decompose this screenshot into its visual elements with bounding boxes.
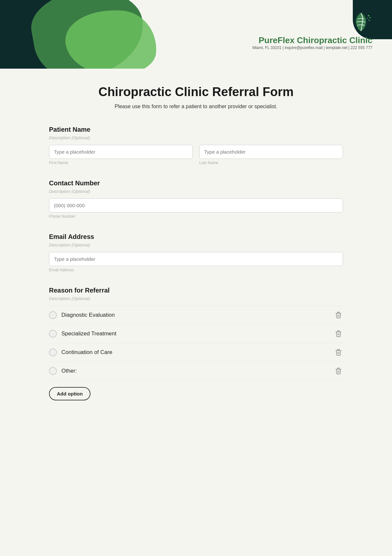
- list-item: Other:: [49, 362, 343, 380]
- svg-point-1: [368, 15, 369, 17]
- form-title: Chiropractic Clinic Referral Form: [49, 85, 343, 99]
- section-patient-name-desc: Description (Optional): [49, 135, 343, 140]
- clinic-logo-icon: [350, 10, 372, 34]
- add-option-button[interactable]: Add option: [49, 387, 90, 400]
- radio-option-diagnostic: Diagnostic Evaluation: [49, 311, 115, 319]
- phone-input[interactable]: [49, 198, 343, 212]
- delete-icon-diagnostic[interactable]: [334, 311, 343, 320]
- contact-input-row: Phone Number: [49, 198, 343, 219]
- section-contact-desc: Description (Optional): [49, 189, 343, 194]
- email-input-row: Email Address: [49, 252, 343, 272]
- page-header: PureFlex Chiropractic Clinic Miami, FL 3…: [0, 0, 392, 69]
- svg-point-2: [369, 17, 371, 18]
- section-reason-desc: Description (Optional): [49, 296, 343, 301]
- list-item: Specialized Treatment: [49, 325, 343, 343]
- logo-area: PureFlex Chiropractic Clinic Miami, FL 3…: [253, 10, 372, 50]
- option-label-diagnostic: Diagnostic Evaluation: [61, 312, 115, 318]
- section-contact-number: Contact Number Description (Optional) Ph…: [49, 179, 343, 219]
- list-item: Diagnostic Evaluation: [49, 306, 343, 325]
- clinic-info: Miami, FL 33101 | inquire@pureflex.mail …: [253, 45, 372, 50]
- form-subtitle: Please use this form to refer a patient …: [49, 104, 343, 110]
- reason-options-list: Diagnostic Evaluation Specia: [49, 306, 343, 380]
- radio-button-other[interactable]: [49, 367, 57, 375]
- clinic-name: PureFlex Chiropractic Clinic: [253, 35, 372, 45]
- add-option-label: Add option: [57, 391, 83, 396]
- last-name-group: Last Name: [199, 145, 343, 165]
- section-reason: Reason for Referral Description (Optiona…: [49, 287, 343, 400]
- radio-option-continuation: Continuation of Care: [49, 348, 112, 356]
- section-patient-name-label: Patient Name: [49, 126, 343, 133]
- first-name-label: First Name: [49, 160, 193, 165]
- delete-icon-continuation[interactable]: [334, 348, 343, 357]
- section-patient-name: Patient Name Description (Optional) Firs…: [49, 126, 343, 165]
- form-container: Chiropractic Clinic Referral Form Please…: [49, 69, 343, 441]
- patient-name-input-row: First Name Last Name: [49, 145, 343, 165]
- radio-button-specialized[interactable]: [49, 330, 57, 338]
- email-label: Email Address: [49, 268, 343, 272]
- radio-option-specialized: Specialized Treatment: [49, 330, 116, 338]
- last-name-input[interactable]: [199, 145, 343, 159]
- option-label-other: Other:: [61, 368, 77, 374]
- last-name-label: Last Name: [199, 160, 343, 165]
- section-email: Email Address Description (Optional) Ema…: [49, 233, 343, 272]
- section-email-label: Email Address: [49, 233, 343, 241]
- phone-group: Phone Number: [49, 198, 343, 219]
- radio-button-diagnostic[interactable]: [49, 311, 57, 319]
- first-name-input[interactable]: [49, 145, 193, 159]
- email-input[interactable]: [49, 252, 343, 266]
- list-item: Continuation of Care: [49, 343, 343, 362]
- phone-label: Phone Number: [49, 214, 343, 219]
- option-label-continuation: Continuation of Care: [61, 349, 112, 356]
- radio-button-continuation[interactable]: [49, 348, 57, 356]
- option-label-specialized: Specialized Treatment: [61, 330, 116, 337]
- section-email-desc: Description (Optional): [49, 243, 343, 247]
- delete-icon-other[interactable]: [334, 366, 343, 376]
- svg-point-3: [367, 18, 368, 19]
- first-name-group: First Name: [49, 145, 193, 165]
- section-reason-label: Reason for Referral: [49, 287, 343, 294]
- delete-icon-specialized[interactable]: [334, 329, 343, 338]
- email-group: Email Address: [49, 252, 343, 272]
- radio-option-other: Other:: [49, 367, 77, 375]
- svg-point-4: [368, 20, 370, 21]
- section-contact-label: Contact Number: [49, 179, 343, 187]
